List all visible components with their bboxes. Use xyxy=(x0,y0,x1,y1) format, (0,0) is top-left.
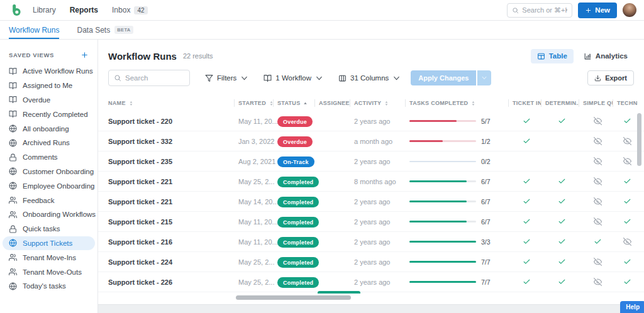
table-row[interactable]: Support ticket - 224May 25, 2...Complete… xyxy=(98,252,644,272)
flag-cell xyxy=(508,278,541,286)
vertical-scrollbar-thumb[interactable] xyxy=(637,113,641,166)
column-header-assignees[interactable]: ASSIGNEES xyxy=(314,95,350,111)
export-button[interactable]: Export xyxy=(587,70,634,85)
columns-dropdown[interactable]: 31 Columns xyxy=(338,74,401,82)
columns-label: 31 Columns xyxy=(350,74,389,82)
lock-icon xyxy=(9,153,17,162)
filters-label: Filters xyxy=(217,74,236,82)
help-button[interactable]: Help xyxy=(620,301,644,313)
table-search[interactable] xyxy=(108,70,190,86)
nav-item-inbox[interactable]: Inbox42 xyxy=(112,6,147,14)
check-icon xyxy=(623,278,631,286)
sidebar-item-archived-runs[interactable]: Archived Runs xyxy=(3,136,95,150)
sidebar-item-customer-onboarding[interactable]: Customer Onboarding xyxy=(3,165,95,179)
table-search-input[interactable] xyxy=(125,74,182,82)
sidebar-item-assigned-to-me[interactable]: Assigned to Me xyxy=(3,79,95,93)
flag-cell xyxy=(579,157,613,165)
table-row[interactable]: Support ticket - 226May 25, 2...Complete… xyxy=(98,272,644,292)
column-header-ticket-info[interactable]: TICKET INFO xyxy=(508,95,541,111)
apply-changes-caret-button[interactable] xyxy=(477,70,491,85)
new-button[interactable]: New xyxy=(578,3,617,18)
tab-workflow-runs[interactable]: Workflow Runs xyxy=(9,21,59,39)
tasks-progress-fill xyxy=(409,200,467,202)
saved-views-sidebar: SAVED VIEWS Active Workflow RunsAssigned… xyxy=(0,40,98,313)
table-row[interactable]: Support ticket - 220May 11, 20...Overdue… xyxy=(98,111,644,131)
workflow-dropdown[interactable]: 1 Workflow xyxy=(264,74,323,82)
tasks-progress-fill xyxy=(409,261,476,263)
process-logo-icon[interactable] xyxy=(10,4,23,16)
flag-cell xyxy=(613,117,638,125)
column-header-simple-qu-[interactable]: SIMPLE QU... xyxy=(579,95,613,111)
search-icon xyxy=(114,74,121,82)
table-row[interactable]: Support ticket - 332Jan 3, 2022Overduea … xyxy=(98,131,644,151)
column-header-determin-[interactable]: DETERMIN... xyxy=(541,95,579,111)
book-icon xyxy=(9,67,17,75)
nav-item-reports[interactable]: Reports xyxy=(70,6,98,14)
horizontal-scrollbar-thumb[interactable] xyxy=(236,295,351,300)
table-row[interactable]: Support ticket - 221May 25, 2...Complete… xyxy=(98,172,644,192)
column-header-techni[interactable]: TECHNI xyxy=(613,95,638,111)
sidebar-item-active-workflow-runs[interactable]: Active Workflow Runs xyxy=(3,64,95,79)
column-header-name[interactable]: NAME xyxy=(108,95,234,111)
tasks-progress-bar xyxy=(409,200,476,202)
run-name: Support ticket - 332 xyxy=(108,138,234,145)
sidebar-item-today-s-tasks[interactable]: Today's tasks xyxy=(3,279,95,294)
apply-changes-button[interactable]: Apply Changes xyxy=(411,70,476,85)
table-row[interactable]: Support ticket - 235Aug 2, 2021On-Track2… xyxy=(98,151,644,172)
sidebar-item-onboarding-workflows[interactable]: Onboarding Workflows xyxy=(3,207,95,222)
sidebar-item-tenant-move-ins[interactable]: Tenant Move-Ins xyxy=(3,250,95,265)
flag-cell xyxy=(508,238,541,246)
columns-icon xyxy=(338,74,347,82)
check-icon xyxy=(558,238,566,246)
nav-item-library[interactable]: Library xyxy=(33,6,56,14)
filters-dropdown[interactable]: Filters xyxy=(205,74,248,82)
tasks-completed-cell: 6/7 xyxy=(405,178,508,185)
sort-both-icon xyxy=(128,101,134,106)
sidebar-item-recently-completed[interactable]: Recently Completed xyxy=(3,107,95,121)
sidebar-item-tenant-move-outs[interactable]: Tenant Move-Outs xyxy=(3,265,95,279)
sidebar-item-label: Support Tickets xyxy=(23,239,72,247)
horizontal-scrollbar xyxy=(98,294,644,302)
sidebar-item-overdue[interactable]: Overdue xyxy=(3,93,95,107)
global-search-input[interactable] xyxy=(522,6,567,14)
sidebar-item-quick-tasks[interactable]: Quick tasks xyxy=(3,222,95,236)
table-row[interactable]: Support ticket - 215May 11, 20...Complet… xyxy=(98,212,644,232)
sidebar-item-all-onboarding[interactable]: All onboarding xyxy=(3,121,95,136)
check-icon xyxy=(623,197,631,206)
chevron-down-icon xyxy=(392,74,401,82)
column-header-started[interactable]: STARTED xyxy=(234,95,273,111)
workflow-label: 1 Workflow xyxy=(275,74,311,82)
global-search[interactable] xyxy=(507,3,572,18)
download-icon xyxy=(594,75,601,82)
view-toggle-table[interactable]: Table xyxy=(531,49,574,63)
table-row[interactable]: Support ticket - 221May 14, 20...Complet… xyxy=(98,192,644,212)
tab-data-sets[interactable]: Data SetsBETA xyxy=(77,21,133,39)
tasks-progress-bar xyxy=(409,180,476,182)
eye-off-icon xyxy=(623,157,631,165)
tasks-completed-fraction: 3/3 xyxy=(481,238,491,246)
column-header-tasks-completed[interactable]: TASKS COMPLETED xyxy=(405,95,508,111)
nav-item-label: Library xyxy=(33,6,56,14)
column-header-activity[interactable]: ACTIVITY xyxy=(350,95,405,111)
check-icon xyxy=(558,258,566,266)
sidebar-item-feedback[interactable]: Feedback xyxy=(3,193,95,207)
flag-cell xyxy=(541,217,579,226)
sidebar-item-employee-onboarding[interactable]: Employee Onboarding xyxy=(3,178,95,193)
view-toggle-analytics[interactable]: Analytics xyxy=(577,49,634,63)
flag-cell xyxy=(508,217,541,226)
column-header-status[interactable]: STATUS xyxy=(273,95,314,111)
run-activity: 2 years ago xyxy=(350,198,405,206)
tab-label: Workflow Runs xyxy=(9,26,59,35)
tasks-progress-fill xyxy=(409,221,467,222)
tab-label: Data Sets xyxy=(77,26,110,35)
sidebar-item-comments[interactable]: Comments xyxy=(3,150,95,165)
add-saved-view-button[interactable] xyxy=(80,51,89,59)
flag-cell xyxy=(508,137,541,145)
sidebar-item-support-tickets[interactable]: Support Tickets xyxy=(3,236,95,251)
sidebar-item-label: Onboarding Workflows xyxy=(23,211,96,218)
user-avatar[interactable] xyxy=(623,3,636,17)
table-row[interactable]: Support ticket - 216May 11, 20...Complet… xyxy=(98,232,644,252)
users-icon xyxy=(9,196,17,204)
run-started-date: May 25, 2... xyxy=(234,278,273,286)
sidebar-item-label: Quick tasks xyxy=(23,225,60,233)
